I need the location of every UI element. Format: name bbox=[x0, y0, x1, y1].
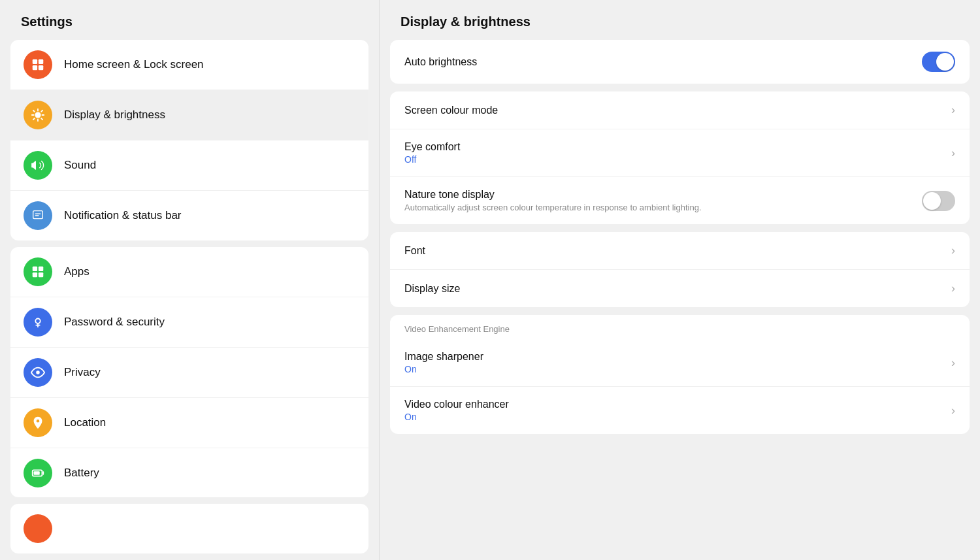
password-security-icon bbox=[24, 308, 52, 337]
sidebar-item-display-brightness-label: Display & brightness bbox=[64, 108, 165, 122]
svg-rect-24 bbox=[34, 471, 40, 475]
video-colour-enhancer-subtitle: On bbox=[404, 412, 509, 422]
svg-rect-16 bbox=[33, 266, 37, 271]
apps-icon bbox=[24, 257, 52, 286]
sidebar-item-battery[interactable]: Battery bbox=[10, 448, 368, 498]
left-panel: Settings Home screen & Lock screen bbox=[0, 0, 379, 560]
video-colour-enhancer-chevron: › bbox=[951, 404, 955, 418]
nature-tone-display-title: Nature tone display bbox=[404, 189, 702, 201]
sidebar-item-home-screen-label: Home screen & Lock screen bbox=[64, 58, 204, 71]
sidebar-item-home-screen[interactable]: Home screen & Lock screen bbox=[10, 40, 368, 90]
svg-rect-17 bbox=[39, 266, 43, 271]
page-title: Display & brightness bbox=[380, 0, 980, 40]
screen-colour-mode-chevron: › bbox=[951, 103, 955, 117]
svg-point-20 bbox=[35, 318, 40, 323]
screen-colour-mode-left: Screen colour mode bbox=[404, 105, 498, 116]
screen-colour-mode-title: Screen colour mode bbox=[404, 105, 498, 116]
svg-rect-2 bbox=[33, 65, 37, 70]
sidebar-item-sound[interactable]: Sound bbox=[10, 140, 368, 191]
video-colour-enhancer-left: Video colour enhancer On bbox=[404, 399, 509, 422]
sidebar-item-notification-status-bar[interactable]: Notification & status bar bbox=[10, 191, 368, 240]
sidebar-item-display-brightness[interactable]: Display & brightness bbox=[10, 90, 368, 140]
auto-brightness-card: Auto brightness bbox=[390, 40, 970, 84]
sidebar-item-partial[interactable] bbox=[10, 504, 368, 553]
sidebar-item-privacy[interactable]: Privacy bbox=[10, 348, 368, 398]
display-size-title: Display size bbox=[404, 283, 460, 295]
partial-icon bbox=[24, 514, 52, 543]
font-title: Font bbox=[404, 245, 425, 257]
svg-line-12 bbox=[33, 118, 35, 120]
svg-rect-0 bbox=[33, 59, 37, 64]
auto-brightness-title: Auto brightness bbox=[404, 56, 477, 68]
svg-line-10 bbox=[41, 118, 42, 120]
image-sharpener-left: Image sharpener On bbox=[404, 351, 483, 374]
auto-brightness-left: Auto brightness bbox=[404, 56, 477, 68]
nav-group-1: Home screen & Lock screen Display & brig… bbox=[10, 40, 368, 240]
nav-group-2: Apps Password & security Privacy bbox=[10, 247, 368, 498]
video-colour-enhancer-row[interactable]: Video colour enhancer On › bbox=[390, 387, 970, 434]
sidebar-item-sound-label: Sound bbox=[64, 159, 96, 172]
sidebar-item-apps[interactable]: Apps bbox=[10, 247, 368, 297]
sidebar-item-location-label: Location bbox=[64, 416, 106, 429]
nature-tone-display-toggle[interactable] bbox=[922, 191, 955, 211]
auto-brightness-row[interactable]: Auto brightness bbox=[390, 40, 970, 84]
nature-tone-display-left: Nature tone display Automatically adjust… bbox=[404, 189, 702, 212]
right-panel: Display & brightness Auto brightness Scr… bbox=[380, 0, 980, 560]
sound-icon bbox=[24, 151, 52, 180]
display-size-left: Display size bbox=[404, 283, 460, 295]
video-enhancement-section-label: Video Enhancement Engine bbox=[390, 315, 970, 339]
nature-tone-display-desc: Automatically adjust screen colour tempe… bbox=[404, 203, 702, 212]
toggle-thumb-2 bbox=[923, 192, 941, 210]
eye-comfort-chevron: › bbox=[951, 146, 955, 160]
sidebar-item-notification-status-bar-label: Notification & status bar bbox=[64, 209, 182, 222]
image-sharpener-title: Image sharpener bbox=[404, 351, 483, 363]
display-size-chevron: › bbox=[951, 282, 955, 295]
image-sharpener-row[interactable]: Image sharpener On › bbox=[390, 339, 970, 387]
svg-rect-19 bbox=[39, 272, 43, 277]
font-display-card: Font › Display size › bbox=[390, 232, 970, 307]
toggle-thumb bbox=[936, 53, 954, 71]
video-enhancement-card: Video Enhancement Engine Image sharpener… bbox=[390, 315, 970, 434]
image-sharpener-subtitle: On bbox=[404, 364, 483, 374]
eye-comfort-title: Eye comfort bbox=[404, 141, 460, 153]
eye-comfort-row[interactable]: Eye comfort Off › bbox=[390, 129, 970, 177]
image-sharpener-chevron: › bbox=[951, 356, 955, 370]
privacy-icon bbox=[24, 358, 52, 387]
svg-rect-3 bbox=[39, 65, 43, 70]
font-chevron: › bbox=[951, 244, 955, 257]
svg-rect-13 bbox=[33, 211, 43, 219]
location-icon bbox=[24, 408, 52, 437]
font-left: Font bbox=[404, 245, 425, 257]
eye-comfort-left: Eye comfort Off bbox=[404, 141, 460, 165]
nature-tone-display-row[interactable]: Nature tone display Automatically adjust… bbox=[390, 177, 970, 224]
notification-status-bar-icon bbox=[24, 201, 52, 230]
svg-point-21 bbox=[36, 371, 40, 374]
svg-rect-18 bbox=[33, 272, 37, 277]
display-size-row[interactable]: Display size › bbox=[390, 270, 970, 307]
svg-line-11 bbox=[41, 110, 42, 112]
svg-line-9 bbox=[33, 110, 35, 112]
display-brightness-icon bbox=[24, 101, 52, 129]
font-row[interactable]: Font › bbox=[390, 232, 970, 270]
svg-point-22 bbox=[37, 420, 40, 423]
colour-settings-card: Screen colour mode › Eye comfort Off › N… bbox=[390, 91, 970, 224]
svg-point-4 bbox=[35, 112, 41, 118]
battery-icon bbox=[24, 459, 52, 487]
eye-comfort-subtitle: Off bbox=[404, 154, 460, 165]
svg-rect-1 bbox=[39, 59, 43, 64]
sidebar-item-battery-label: Battery bbox=[64, 467, 99, 480]
video-colour-enhancer-title: Video colour enhancer bbox=[404, 399, 509, 410]
screen-colour-mode-row[interactable]: Screen colour mode › bbox=[390, 91, 970, 129]
auto-brightness-toggle[interactable] bbox=[922, 52, 955, 72]
sidebar-item-apps-label: Apps bbox=[64, 265, 90, 278]
settings-title: Settings bbox=[0, 0, 379, 40]
sidebar-item-privacy-label: Privacy bbox=[64, 366, 101, 379]
sidebar-item-password-security-label: Password & security bbox=[64, 316, 165, 329]
nav-group-3 bbox=[10, 504, 368, 553]
home-screen-icon bbox=[24, 50, 52, 79]
sidebar-item-password-security[interactable]: Password & security bbox=[10, 297, 368, 348]
sidebar-item-location[interactable]: Location bbox=[10, 398, 368, 448]
